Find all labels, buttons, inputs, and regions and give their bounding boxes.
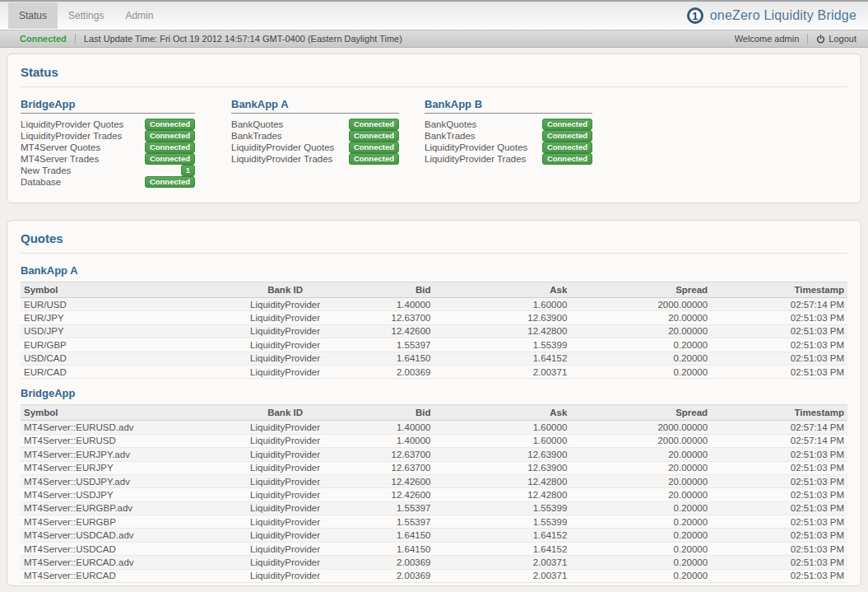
quote-cell: MT4Server::EURUSD xyxy=(21,434,219,447)
status-item: BankTradesConnected xyxy=(231,130,399,142)
quote-cell: 0.20000 xyxy=(570,338,711,352)
divider xyxy=(21,86,847,87)
tab-status[interactable]: Status xyxy=(8,2,58,29)
quote-cell: LiquidityProvider xyxy=(219,352,351,365)
quotes-table: SymbolBank IDBidAskSpreadTimestampEUR/US… xyxy=(21,282,847,379)
quote-cell: LiquidityProvider xyxy=(219,461,351,474)
column-header: Bid xyxy=(351,405,434,421)
quote-cell: 02:51:03 PM xyxy=(711,461,847,474)
quote-cell: MT4Server::USDJPY xyxy=(21,488,219,501)
quote-cell: 02:57:14 PM xyxy=(711,298,847,311)
quote-cell: 1.64150 xyxy=(351,352,434,365)
quote-cell: 02:51:03 PM xyxy=(711,324,847,338)
quote-row: USD/CADLiquidityProvider1.641501.641520.… xyxy=(21,352,847,365)
column-header: Spread xyxy=(570,282,711,298)
quote-cell: 20.00000 xyxy=(570,324,711,338)
quote-cell: 0.20000 xyxy=(570,352,711,365)
quote-cell: MT4Server::EURCAD xyxy=(21,569,219,582)
status-item-label: LiquidityProvider Quotes xyxy=(425,142,527,152)
quote-cell: LiquidityProvider xyxy=(219,324,351,338)
quote-cell: 20.00000 xyxy=(570,461,711,474)
column-header: Bank ID xyxy=(219,282,351,298)
tab-admin[interactable]: Admin xyxy=(114,2,164,29)
quote-cell: LiquidityProvider xyxy=(219,542,351,555)
quote-cell: LiquidityProvider xyxy=(219,448,351,461)
status-group-title: BankApp B xyxy=(425,98,592,114)
quote-row: MT4Server::EURUSD.advLiquidityProvider1.… xyxy=(21,421,847,434)
status-badge: Connected xyxy=(542,130,592,142)
status-item-label: Database xyxy=(21,177,61,187)
status-group: BankApp ABankQuotesConnectedBankTradesCo… xyxy=(231,98,399,189)
quote-cell: MT4Server::EURJPY.adv xyxy=(21,448,219,461)
quote-cell: 1.55397 xyxy=(351,501,434,515)
page-content: Status BridgeAppLiquidityProvider Quotes… xyxy=(0,48,868,586)
status-badge: Connected xyxy=(145,153,195,165)
quote-cell: EUR/JPY xyxy=(21,311,219,324)
quote-cell: 02:51:03 PM xyxy=(711,448,847,461)
quote-row: MT4Server::USDJPY.advLiquidityProvider12… xyxy=(21,474,847,487)
quote-row: EUR/JPYLiquidityProvider12.6370012.63900… xyxy=(21,311,847,324)
status-item-label: BankQuotes xyxy=(425,119,476,129)
quote-row: MT4Server::EURUSDLiquidityProvider1.4000… xyxy=(21,434,847,447)
quote-cell: 0.20000 xyxy=(570,529,711,542)
quotes-table: SymbolBank IDBidAskSpreadTimestampMT4Ser… xyxy=(21,404,847,583)
quote-cell: 02:51:03 PM xyxy=(711,556,847,569)
status-item: DatabaseConnected xyxy=(21,176,195,188)
status-item: LiquidityProvider TradesConnected xyxy=(425,153,592,165)
status-badge: Connected xyxy=(145,119,195,130)
status-badge: Connected xyxy=(349,130,399,142)
status-bar-right: Welcome admin Logout xyxy=(735,34,856,44)
quote-cell: LiquidityProvider xyxy=(219,556,351,569)
quote-cell: 12.63700 xyxy=(351,448,434,461)
tab-settings[interactable]: Settings xyxy=(58,2,114,29)
quote-cell: 1.60000 xyxy=(434,298,570,311)
quote-cell: LiquidityProvider xyxy=(219,421,351,434)
status-item-label: BankTrades xyxy=(425,131,476,141)
quote-cell: 2.00371 xyxy=(434,556,570,569)
status-badge: Connected xyxy=(145,130,195,142)
quote-cell: 02:51:03 PM xyxy=(711,474,847,487)
quote-row: MT4Server::USDJPYLiquidityProvider12.426… xyxy=(21,488,847,501)
quote-row: MT4Server::EURGBPLiquidityProvider1.5539… xyxy=(21,515,847,529)
quote-cell: MT4Server::USDCAD xyxy=(21,542,219,555)
quote-cell: LiquidityProvider xyxy=(219,501,351,515)
status-item-label: BankQuotes xyxy=(231,119,283,129)
divider xyxy=(21,253,847,254)
quote-cell: LiquidityProvider xyxy=(219,298,351,311)
column-header: Symbol xyxy=(21,405,219,421)
status-item-label: LiquidityProvider Quotes xyxy=(21,119,123,129)
quote-cell: MT4Server::EURCAD.adv xyxy=(21,556,219,569)
status-item-label: LiquidityProvider Quotes xyxy=(231,142,334,152)
quote-cell: 1.64152 xyxy=(434,529,570,542)
quote-cell: 2.00369 xyxy=(351,556,434,569)
quote-cell: 12.42600 xyxy=(351,324,434,338)
quote-cell: 12.63700 xyxy=(351,461,434,474)
status-bar-left: Connected Last Update Time: Fri Oct 19 2… xyxy=(20,34,402,44)
quote-cell: 0.20000 xyxy=(570,556,711,569)
column-header: Timestamp xyxy=(711,282,847,298)
quote-cell: 2000.00000 xyxy=(570,434,711,447)
quote-cell: 1.40000 xyxy=(351,298,434,311)
quote-cell: 0.20000 xyxy=(570,569,711,582)
quote-cell: LiquidityProvider xyxy=(219,515,351,529)
quotes-panel: Quotes BankApp ASymbolBank IDBidAskSprea… xyxy=(7,220,861,586)
quote-cell: EUR/USD xyxy=(21,298,219,311)
top-nav-bar: Status Settings Admin 1 oneZero Liquidit… xyxy=(0,0,868,30)
quote-cell: 1.64152 xyxy=(434,352,570,365)
quote-cell: MT4Server::EURUSD.adv xyxy=(21,421,219,434)
quote-cell: 12.63700 xyxy=(351,311,434,324)
status-item: MT4Server TradesConnected xyxy=(21,153,195,165)
quote-cell: 2000.00000 xyxy=(570,421,711,434)
status-item: MT4Server QuotesConnected xyxy=(21,142,195,153)
quote-cell: USD/CAD xyxy=(21,352,219,365)
status-group: BridgeAppLiquidityProvider QuotesConnect… xyxy=(21,98,195,189)
status-item-label: MT4Server Trades xyxy=(21,154,99,164)
quote-row: EUR/USDLiquidityProvider1.400001.6000020… xyxy=(21,298,847,311)
quote-row: EUR/GBPLiquidityProvider1.553971.553990.… xyxy=(21,338,847,352)
logout-button[interactable]: Logout xyxy=(816,34,856,44)
status-item: BankQuotesConnected xyxy=(231,119,399,130)
quote-cell: 02:57:14 PM xyxy=(711,434,847,447)
quote-cell: 0.20000 xyxy=(570,365,711,378)
quote-cell: 20.00000 xyxy=(570,474,711,487)
logout-label: Logout xyxy=(829,34,856,44)
